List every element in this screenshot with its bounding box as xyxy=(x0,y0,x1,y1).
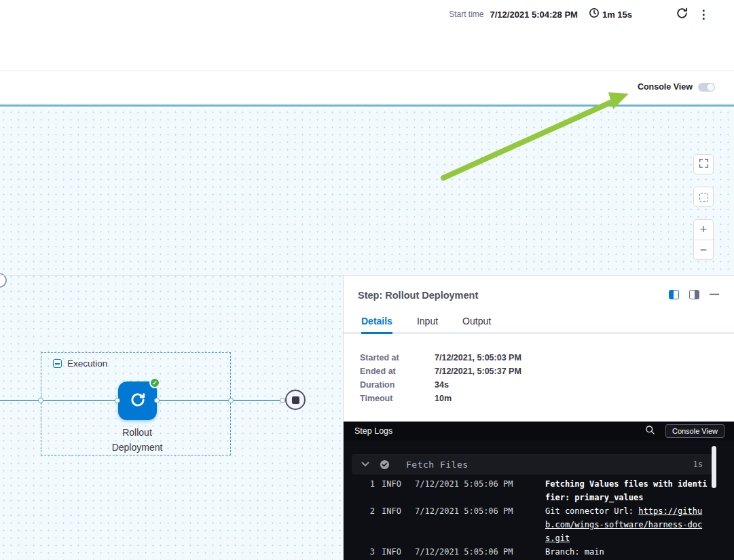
log-section-title: Fetch Files xyxy=(406,460,693,470)
log-message-prefix: Git connector Url: xyxy=(545,506,638,516)
log-section-duration: 1s xyxy=(693,460,703,469)
detail-label: Started at xyxy=(360,353,435,362)
chevron-down-icon xyxy=(361,462,369,467)
log-timestamp: 7/12/2021 5:05:06 PM xyxy=(415,504,514,518)
logs-console-view-button[interactable]: Console View xyxy=(665,424,724,438)
log-timestamp: 7/12/2021 5:05:06 PM xyxy=(415,545,514,559)
log-level: INFO xyxy=(382,477,405,491)
zoom-in-button[interactable]: + xyxy=(693,219,714,240)
refresh-button[interactable] xyxy=(674,7,689,22)
log-level: INFO xyxy=(382,545,405,559)
pipeline-stop-node[interactable] xyxy=(285,390,306,410)
clock-icon xyxy=(589,7,600,21)
detail-label: Ended at xyxy=(360,367,435,376)
log-line-number: 2 xyxy=(344,504,375,518)
panel-header-icons: — xyxy=(669,290,719,299)
topbar: Start time 7/12/2021 5:04:28 PM 1m 15s ⋮ xyxy=(0,0,734,71)
plus-icon: + xyxy=(700,223,708,237)
fullscreen-button[interactable] xyxy=(693,154,714,174)
zoom-out-button[interactable]: − xyxy=(693,240,714,260)
kebab-icon: ⋮ xyxy=(698,9,710,20)
fullscreen-icon xyxy=(699,158,709,171)
stop-icon xyxy=(292,396,299,404)
console-view-label: Console View xyxy=(638,82,693,92)
execution-group-label: Execution xyxy=(67,358,107,369)
connector-dot xyxy=(228,398,234,403)
minus-icon: − xyxy=(700,243,708,257)
duration-wrap: 1m 15s xyxy=(589,7,632,21)
step-success-icon xyxy=(380,460,390,470)
canvas-controls: + − xyxy=(693,154,714,260)
panel-title: Step: Rollout Deployment xyxy=(358,290,478,301)
kebab-menu-button[interactable]: ⋮ xyxy=(697,7,710,22)
console-view-toggle[interactable] xyxy=(698,83,715,92)
log-line-number: 1 xyxy=(344,477,375,491)
detail-value: 7/12/2021, 5:05:37 PM xyxy=(435,367,521,376)
logs-bar-actions: Console View xyxy=(645,424,724,438)
rollout-deployment-node[interactable]: ✓ xyxy=(118,381,157,420)
success-badge-icon: ✓ xyxy=(149,377,160,388)
log-message: Fetching Values files with identifier: p… xyxy=(545,477,708,504)
duration-value: 1m 15s xyxy=(602,10,632,20)
connector-dot xyxy=(154,398,160,403)
detail-label: Timeout xyxy=(360,394,435,403)
log-row: 3 INFO 7/12/2021 5:05:06 PM Branch: main xyxy=(344,545,734,559)
collapse-group-icon[interactable] xyxy=(53,359,62,368)
log-scrollbar[interactable] xyxy=(712,446,716,488)
log-message: Branch: main xyxy=(545,545,708,559)
start-time-value: 7/12/2021 5:04:28 PM xyxy=(490,10,578,20)
log-line-number: 3 xyxy=(344,545,375,559)
search-icon[interactable] xyxy=(645,425,655,438)
minimize-panel-icon[interactable]: — xyxy=(710,290,719,299)
step-logs-bar: Step Logs Console View xyxy=(344,422,734,441)
panel-layout-left-icon[interactable] xyxy=(669,290,679,299)
marquee-select-button[interactable] xyxy=(693,187,714,207)
detail-value: 7/12/2021, 5:05:03 PM xyxy=(435,353,521,362)
connector-dot xyxy=(38,398,43,403)
panel-layout-right-icon[interactable] xyxy=(689,290,699,299)
execution-group-header: Execution xyxy=(53,358,107,369)
log-message: Git connector Url: https://github.com/wi… xyxy=(545,504,708,545)
panel-tabs: Details Input Output xyxy=(344,314,734,334)
log-row: 2 INFO 7/12/2021 5:05:06 PM Git connecto… xyxy=(344,504,734,545)
step-details-grid: Started at 7/12/2021, 5:05:03 PM Ended a… xyxy=(360,353,521,403)
topbar-right-cluster: Start time 7/12/2021 5:04:28 PM 1m 15s ⋮ xyxy=(449,7,710,22)
step-logs-title: Step Logs xyxy=(354,426,645,436)
detail-label: Duration xyxy=(360,380,435,390)
log-level: INFO xyxy=(382,504,405,518)
pipeline-execution-screen: Start time 7/12/2021 5:04:28 PM 1m 15s ⋮… xyxy=(0,0,734,560)
log-section-fetch-files[interactable]: Fetch Files 1s xyxy=(352,454,712,474)
connector-dot xyxy=(115,398,120,403)
console-view-bar: Console View xyxy=(0,72,734,107)
console-view-toggle-wrap: Console View xyxy=(638,82,715,92)
log-lines: 1 INFO 7/12/2021 5:05:06 PM Fetching Val… xyxy=(344,477,734,559)
log-console: Fetch Files 1s 1 INFO 7/12/2021 5:05:06 … xyxy=(344,441,734,560)
log-timestamp: 7/12/2021 5:05:06 PM xyxy=(415,477,514,491)
node-label: Rollout Deployment xyxy=(69,425,205,455)
refresh-icon xyxy=(676,7,689,22)
step-details-panel: Step: Rollout Deployment — Details Input… xyxy=(343,275,734,560)
tab-details[interactable]: Details xyxy=(361,316,392,332)
tab-input[interactable]: Input xyxy=(417,316,438,332)
connector-dot xyxy=(280,398,285,403)
toggle-knob xyxy=(707,83,714,91)
tab-output[interactable]: Output xyxy=(462,316,491,332)
panel-header: Step: Rollout Deployment — xyxy=(344,276,734,314)
detail-value: 10m xyxy=(435,394,521,403)
detail-value: 34s xyxy=(435,380,521,390)
start-time-label: Start time xyxy=(449,10,483,19)
rollout-icon xyxy=(129,391,147,411)
marquee-select-icon xyxy=(699,193,708,202)
log-row: 1 INFO 7/12/2021 5:05:06 PM Fetching Val… xyxy=(344,477,734,504)
